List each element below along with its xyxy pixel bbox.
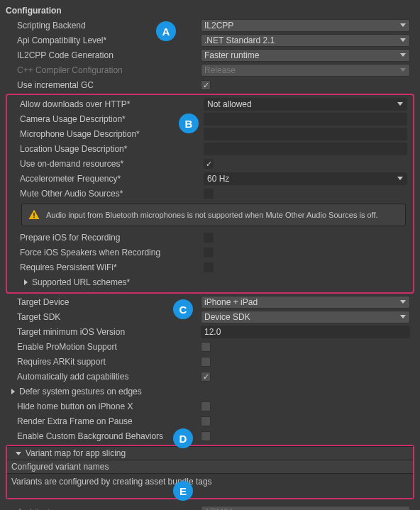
chevron-down-icon [400, 315, 406, 318]
promotion-label: Enable ProMotion Support [6, 342, 201, 352]
target-device-dropdown[interactable]: iPhone + iPad [201, 296, 410, 309]
chevron-down-icon [400, 53, 406, 57]
annotation-badge-b: B [179, 113, 199, 133]
api-compat-dropdown[interactable]: .NET Standard 2.1 [201, 34, 410, 47]
annotation-badge-d: D [173, 428, 193, 448]
incremental-gc-label: Use incremental GC [6, 80, 201, 90]
min-ios-label: Target minimum iOS Version [6, 327, 201, 337]
variant-map-foldout[interactable]: Variant map for app slicing [7, 446, 413, 460]
location-desc-input[interactable] [204, 143, 407, 155]
highlight-box-d: Variant map for app slicing Configured v… [6, 445, 414, 499]
autocaps-label: Automatically add capabilities [6, 372, 201, 382]
prepare-rec-checkbox[interactable] [204, 233, 214, 243]
prepare-rec-label: Prepare iOS for Recording [9, 233, 204, 243]
accel-freq-dropdown[interactable]: 60 Hz [204, 172, 407, 185]
chevron-down-icon [400, 300, 406, 304]
variant-desc: Variants are configured by creating asse… [7, 474, 413, 498]
mute-other-label: Mute Other Audio Sources* [9, 189, 204, 199]
annotation-badge-c: C [173, 299, 193, 319]
url-schemes-foldout[interactable]: Supported URL schemes* [9, 277, 204, 287]
custom-bg-checkbox[interactable] [201, 431, 211, 441]
chevron-down-icon [400, 23, 406, 27]
force-speakers-checkbox[interactable] [204, 248, 214, 257]
hide-home-label: Hide home button on iPhone X [6, 401, 201, 411]
configured-variant-names: Configured variant names [7, 460, 413, 474]
autocaps-checkbox[interactable] [201, 372, 211, 382]
annotation-badge-a: A [156, 21, 176, 41]
persistent-wifi-checkbox[interactable] [204, 262, 214, 272]
accel-freq-label: Accelerometer Frequency* [9, 174, 204, 184]
cpp-compiler-label: C++ Compiler Configuration [6, 65, 201, 75]
chevron-down-icon [397, 102, 403, 106]
promotion-checkbox[interactable] [201, 342, 211, 352]
render-extra-checkbox[interactable] [201, 416, 211, 426]
ondemand-label: Use on-demand resources* [9, 159, 204, 169]
chevron-down-icon [16, 452, 21, 455]
camera-desc-label: Camera Usage Description* [9, 114, 204, 124]
chevron-down-icon [400, 38, 406, 42]
il2cpp-codegen-label: IL2CPP Code Generation [6, 50, 201, 60]
chevron-right-icon [11, 389, 15, 394]
section-title: Configuration [6, 6, 414, 16]
defer-gestures-foldout[interactable]: Defer system gestures on edges [6, 387, 201, 397]
mic-desc-label: Microphone Usage Description* [9, 129, 204, 139]
min-ios-input[interactable] [201, 326, 410, 338]
persistent-wifi-label: Requires Persistent WiFi* [9, 262, 204, 272]
chevron-down-icon [397, 177, 403, 180]
bluetooth-warning: Audio input from Bluetooth microphones i… [21, 204, 406, 226]
render-extra-label: Render Extra Frame on Pause [6, 416, 201, 426]
il2cpp-codegen-dropdown[interactable]: Faster runtime [201, 49, 410, 62]
force-speakers-label: Force iOS Speakers when Recording [9, 248, 204, 257]
scripting-backend-dropdown[interactable]: IL2CPP [201, 19, 410, 32]
warning-icon [28, 209, 40, 221]
camera-desc-input[interactable] [204, 113, 407, 126]
chevron-down-icon [400, 68, 406, 72]
ondemand-checkbox[interactable] [204, 159, 214, 169]
hide-home-checkbox[interactable] [201, 401, 211, 411]
arkit-checkbox[interactable] [201, 357, 211, 367]
cpp-compiler-dropdown: Release [201, 64, 410, 77]
target-sdk-label: Target SDK [6, 312, 201, 322]
svg-rect-0 [33, 213, 35, 216]
custom-bg-label: Enable Custom Background Behaviors [6, 431, 201, 441]
highlight-box-b: Allow downloads over HTTP* Not allowed C… [6, 94, 414, 294]
allow-http-label: Allow downloads over HTTP* [9, 99, 204, 109]
allow-http-dropdown[interactable]: Not allowed [204, 98, 407, 111]
architecture-label: Architecture [6, 507, 201, 510]
architecture-dropdown: ARM64 [201, 506, 410, 510]
incremental-gc-checkbox[interactable] [201, 80, 211, 90]
chevron-right-icon [24, 279, 28, 285]
svg-rect-1 [33, 217, 35, 218]
location-desc-label: Location Usage Description* [9, 144, 204, 154]
mic-desc-input[interactable] [204, 128, 407, 140]
annotation-badge-e: E [173, 481, 193, 501]
target-device-label: Target Device [6, 297, 201, 307]
target-sdk-dropdown[interactable]: Device SDK [201, 311, 410, 323]
arkit-label: Requires ARKit support [6, 357, 201, 367]
mute-other-checkbox[interactable] [204, 189, 214, 199]
